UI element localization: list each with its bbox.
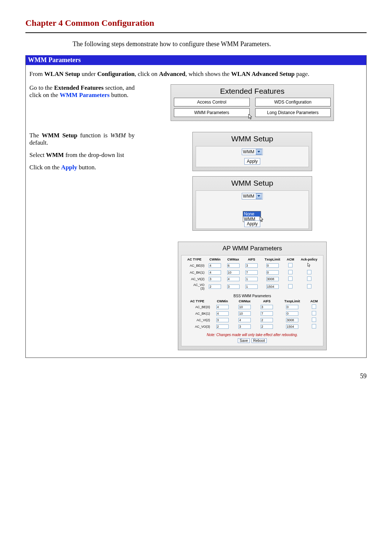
table-row: AC_BE(0)4630 — [183, 262, 322, 269]
t: Advanced — [159, 70, 185, 77]
text-input[interactable]: 4 — [227, 277, 240, 281]
wds-configuration-button[interactable]: WDS Configuration — [255, 98, 331, 106]
wmm-setup-title: WMM Setup — [196, 179, 309, 187]
text-input[interactable]: 3 — [216, 318, 229, 322]
wmm-parameters-button[interactable]: WMM Parameters — [174, 108, 250, 117]
t: page. — [295, 70, 310, 77]
wmm-select[interactable]: WMM — [242, 149, 262, 155]
text-input[interactable]: 0 — [286, 311, 298, 316]
t: WMM Setup — [42, 132, 77, 139]
ac-type-cell: AC_BE(0) — [183, 304, 211, 310]
checkbox[interactable] — [312, 318, 316, 322]
checkbox[interactable] — [307, 284, 311, 288]
th: AIFS — [256, 299, 278, 304]
chapter-heading: Chapter 4 Common Configuration — [25, 18, 367, 28]
t: under — [80, 70, 97, 77]
checkbox[interactable] — [288, 270, 293, 274]
text-input[interactable]: 10 — [238, 311, 251, 316]
text-input[interactable]: 1504 — [286, 324, 298, 329]
reboot-button[interactable]: Reboot — [252, 338, 267, 343]
table-row: AC_BK(1)41070 — [183, 269, 322, 276]
text-input[interactable]: 4 — [238, 318, 251, 322]
wmm-select-open[interactable]: WMM — [242, 193, 262, 199]
cursor-icon — [307, 263, 311, 268]
checkbox[interactable] — [312, 304, 316, 309]
cursor-icon — [248, 114, 253, 120]
wmm-setup-screenshot-2: WMM Setup WMM None WMM Apply — [192, 176, 312, 231]
text-input[interactable]: 0 — [266, 263, 279, 268]
checkbox[interactable] — [312, 311, 316, 315]
text-input[interactable]: 7 — [261, 311, 273, 316]
text-input[interactable]: 3008 — [266, 277, 279, 281]
ap-wmm-title: AP WMM Parameters — [181, 245, 323, 252]
text-input[interactable]: 2 — [216, 324, 229, 329]
t: WLAN Setup — [44, 70, 80, 77]
chevron-down-icon — [256, 193, 262, 199]
checkbox[interactable] — [288, 277, 293, 281]
t: Go to the — [29, 84, 54, 91]
step-b-text: The WMM Setup function is WMM by default… — [29, 132, 142, 178]
apply-button[interactable]: Apply — [244, 221, 260, 227]
th: AC TYPE — [183, 257, 206, 262]
ac-type-cell: AC_VI(2) — [183, 317, 211, 323]
bss-wmm-title: BSS WMM Parameters — [183, 294, 322, 298]
text-input[interactable]: 3 — [261, 305, 273, 309]
t: , which shows the — [185, 70, 231, 77]
wmm-setup-screenshot-1: WMM Setup WMM Apply — [192, 132, 312, 171]
ac-type-cell: AC_BE(0) — [183, 262, 206, 269]
dropdown-option-none[interactable]: None — [243, 211, 261, 217]
text-input[interactable]: 0 — [286, 305, 298, 309]
text-input[interactable]: 4 — [216, 305, 229, 309]
text-input[interactable]: 1504 — [266, 284, 279, 289]
text-input[interactable]: 7 — [245, 270, 258, 275]
th: CWMin — [206, 257, 224, 262]
intro-text: The following steps demonstrate how to c… — [73, 40, 367, 48]
text-input[interactable]: 4 — [216, 311, 229, 316]
t: WLAN Advanced Setup — [231, 70, 295, 77]
step-extended-features: Go to the Extended Features section, and… — [29, 84, 363, 121]
checkbox[interactable] — [307, 277, 311, 281]
checkbox[interactable] — [312, 324, 316, 328]
text-input[interactable]: 2 — [209, 284, 221, 289]
t: button. — [77, 164, 96, 171]
checkbox[interactable] — [288, 284, 293, 288]
apply-link: Apply — [61, 164, 77, 171]
text-input[interactable]: 3 — [209, 277, 221, 281]
checkbox[interactable] — [288, 263, 293, 267]
table-row: AC_VO(3)2321504 — [183, 323, 322, 330]
access-control-button[interactable]: Access Control — [174, 98, 250, 106]
t: WMM — [243, 194, 254, 199]
checkbox[interactable] — [307, 270, 311, 274]
text-input[interactable]: 3008 — [286, 318, 298, 322]
text-input[interactable]: 10 — [238, 305, 251, 309]
text-input[interactable]: 4 — [209, 270, 221, 275]
table-header-row: AC TYPE CWMin CWMax AIFS TxopLimit ACM A… — [183, 257, 322, 262]
text-input[interactable]: 6 — [227, 263, 240, 268]
section-header: WMM Parameters — [26, 55, 366, 65]
long-distance-parameters-button[interactable]: Long Distance Parameters — [255, 108, 331, 117]
text-input[interactable]: 3 — [227, 284, 240, 289]
apply-button[interactable]: Apply — [244, 158, 260, 165]
table-row: AC_BK(1)41070 — [183, 310, 322, 317]
text-input[interactable]: 3 — [245, 263, 258, 268]
text-input[interactable]: 4 — [209, 263, 221, 268]
text-input[interactable]: 10 — [227, 270, 240, 275]
th: CWMin — [211, 299, 233, 304]
text-input[interactable]: 0 — [266, 270, 279, 275]
t: Click on the — [29, 164, 61, 171]
save-button[interactable]: Save — [238, 338, 250, 343]
page-number: 59 — [25, 372, 367, 380]
text-input[interactable]: 2 — [261, 324, 273, 329]
th: ACM — [284, 257, 297, 262]
text-input[interactable]: 1 — [245, 284, 258, 289]
ac-type-cell: AC_BK(1) — [183, 310, 211, 317]
th: CWMax — [224, 257, 242, 262]
chevron-down-icon — [256, 149, 262, 155]
th: ACM — [307, 299, 322, 304]
ac-type-cell: AC_VO(3) — [183, 282, 206, 291]
ac-type-cell: AC_VO(3) — [183, 323, 211, 330]
text-input[interactable]: 2 — [261, 318, 273, 322]
text-input[interactable]: 3 — [238, 324, 251, 329]
t: button. — [110, 92, 128, 98]
text-input[interactable]: 1 — [245, 277, 258, 281]
